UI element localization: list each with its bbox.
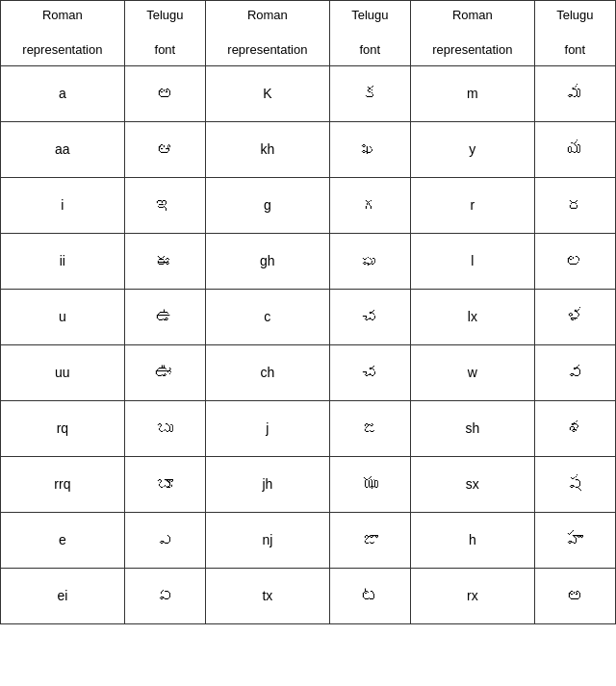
table-row: aaఆkhఖyయ: [1, 121, 616, 177]
row1-telugu1: ఆ: [124, 121, 205, 177]
table-row: rrqబూjhఝుsxష: [1, 456, 616, 512]
row7-roman3: sx: [410, 456, 534, 512]
row5-telugu3: వ: [534, 344, 615, 400]
table-row: iiఈghఘlల: [1, 233, 616, 289]
row7-telugu1: బూ: [124, 456, 205, 512]
row9-roman3: rx: [410, 568, 534, 623]
row1-telugu3: య: [534, 121, 615, 177]
table-row: aఅKకmమ: [1, 65, 616, 121]
col1-telugu-header: Telugufont: [124, 1, 205, 66]
row2-roman2: g: [205, 177, 329, 233]
row3-roman3: l: [410, 233, 534, 289]
row9-roman2: tx: [205, 568, 329, 623]
col2-telugu-header: Telugufont: [329, 1, 410, 66]
row6-telugu1: బు: [124, 400, 205, 456]
table-row: eఎnjజాhహా: [1, 512, 616, 568]
row5-roman2: ch: [205, 344, 329, 400]
row7-telugu2: ఝు: [329, 456, 410, 512]
table-row: eiఏtxటrxఅ: [1, 568, 616, 623]
row5-telugu2: చ: [329, 344, 410, 400]
row4-telugu2: చ: [329, 289, 410, 344]
table-row: iఇgగrర: [1, 177, 616, 233]
row2-telugu3: ర: [534, 177, 615, 233]
row5-roman1: uu: [1, 344, 125, 400]
row5-roman3: w: [410, 344, 534, 400]
row7-telugu3: ష: [534, 456, 615, 512]
row3-telugu3: ల: [534, 233, 615, 289]
row2-telugu1: ఇ: [124, 177, 205, 233]
row3-roman1: ii: [1, 233, 125, 289]
row9-telugu2: ట: [329, 568, 410, 623]
row6-roman3: sh: [410, 400, 534, 456]
col1-roman-header: Romanrepresentation: [1, 1, 125, 66]
row8-telugu3: హా: [534, 512, 615, 568]
row3-roman2: gh: [205, 233, 329, 289]
row1-telugu2: ఖ: [329, 121, 410, 177]
row0-roman3: m: [410, 65, 534, 121]
table-row: uuఊchచwవ: [1, 344, 616, 400]
row0-telugu3: మ: [534, 65, 615, 121]
row9-roman1: ei: [1, 568, 125, 623]
row7-roman2: jh: [205, 456, 329, 512]
row4-telugu3: ళ: [534, 289, 615, 344]
row8-roman2: nj: [205, 512, 329, 568]
row4-roman2: c: [205, 289, 329, 344]
row2-roman3: r: [410, 177, 534, 233]
col3-telugu-header: Telugufont: [534, 1, 615, 66]
row8-roman1: e: [1, 512, 125, 568]
row9-telugu3: అ: [534, 568, 615, 623]
row9-telugu1: ఏ: [124, 568, 205, 623]
row4-roman3: lx: [410, 289, 534, 344]
row5-telugu1: ఊ: [124, 344, 205, 400]
row6-telugu3: శ: [534, 400, 615, 456]
row8-telugu2: జా: [329, 512, 410, 568]
row3-telugu2: ఘ: [329, 233, 410, 289]
row4-telugu1: ఉ: [124, 289, 205, 344]
table-row: uఉcచlxళ: [1, 289, 616, 344]
table-row: rqబుjజshశ: [1, 400, 616, 456]
row6-roman2: j: [205, 400, 329, 456]
row4-roman1: u: [1, 289, 125, 344]
row0-telugu1: అ: [124, 65, 205, 121]
row1-roman2: kh: [205, 121, 329, 177]
row6-roman1: rq: [1, 400, 125, 456]
row6-telugu2: జ: [329, 400, 410, 456]
row0-roman1: a: [1, 65, 125, 121]
row1-roman1: aa: [1, 121, 125, 177]
row2-telugu2: గ: [329, 177, 410, 233]
row7-roman1: rrq: [1, 456, 125, 512]
row0-telugu2: క: [329, 65, 410, 121]
row2-roman1: i: [1, 177, 125, 233]
row8-telugu1: ఎ: [124, 512, 205, 568]
row0-roman2: K: [205, 65, 329, 121]
col3-roman-header: Romanrepresentation: [410, 1, 534, 66]
row1-roman3: y: [410, 121, 534, 177]
row8-roman3: h: [410, 512, 534, 568]
row3-telugu1: ఈ: [124, 233, 205, 289]
col2-roman-header: Romanrepresentation: [205, 1, 329, 66]
